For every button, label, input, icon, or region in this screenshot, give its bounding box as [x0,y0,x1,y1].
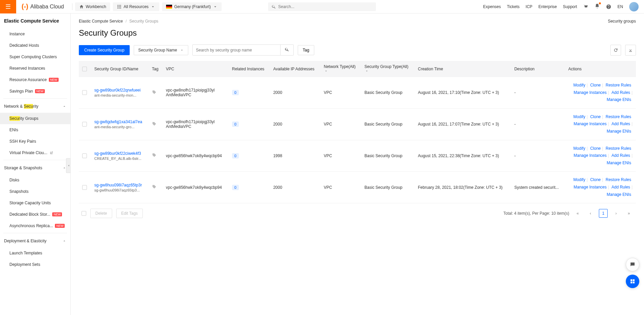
restore-rules-link[interactable]: Restore Rules [606,114,631,119]
manage-enis-link[interactable]: Manage ENIs [607,161,631,165]
filter-dropdown[interactable]: Security Group Name [134,45,188,55]
search-input[interactable] [193,45,280,55]
workbench-button[interactable]: Workbench [75,2,110,11]
sidebar-item-savings-plan[interactable]: Savings PlanNEW [0,85,70,97]
support-link[interactable]: Support [563,4,577,9]
col-sgtype[interactable]: Security Group Type(All) [361,61,415,77]
sidebar-item-reserved-instances[interactable]: Reserved Instances [0,63,70,74]
sidebar-item-enis[interactable]: ENIs [0,124,70,136]
tickets-link[interactable]: Tickets [507,4,520,9]
logo[interactable]: (-) Alibaba Cloud [16,3,69,10]
manage-instances-link[interactable]: Manage Instances [574,121,607,126]
restore-rules-link[interactable]: Restore Rules [606,177,631,182]
sidebar-item-deployment-sets[interactable]: Deployment Sets [0,259,70,270]
security-group-id-link[interactable]: sg-gw89bur0kf22qrwfueei [94,88,145,93]
breadcrumb-link-ecs[interactable]: Elastic Compute Service [79,19,123,24]
help-icon[interactable] [606,4,611,9]
related-instances-badge[interactable]: 0 [232,185,239,190]
region-selector[interactable]: Germany (Frankfurt) [162,2,222,11]
security-group-id-link[interactable]: sg-gw8gdwfqj1xa341al7ea [94,119,145,124]
expenses-link[interactable]: Expenses [483,4,501,9]
icp-link[interactable]: ICP [526,4,533,9]
language-selector[interactable]: EN [617,4,623,9]
tag-icon[interactable] [152,184,157,189]
tag-icon[interactable] [152,121,157,126]
restore-rules-link[interactable]: Restore Rules [606,146,631,151]
col-nettype[interactable]: Network Type(All) [320,61,361,77]
add-rules-link[interactable]: Add Rules [612,121,630,126]
notifications-button[interactable] [594,3,600,10]
related-instances-badge[interactable]: 0 [232,121,239,127]
pagination-next[interactable]: › [612,209,620,218]
sidebar-item-dedicated-block[interactable]: Dedicated Block Stor...NEW [0,209,70,220]
enterprise-link[interactable]: Enterprise [539,4,557,9]
manage-instances-link[interactable]: Manage Instances [574,185,607,189]
row-checkbox[interactable] [82,90,87,95]
sidebar-item-vpc[interactable]: Virtual Private Clou... [0,147,70,159]
sidebar-item-dedicated-hosts[interactable]: Dedicated Hosts [0,40,70,51]
add-rules-link[interactable]: Add Rules [612,153,630,158]
related-instances-badge[interactable]: 0 [232,90,239,95]
sidebar-collapse-button[interactable] [66,158,71,173]
pagination-prev[interactable]: ‹ [586,209,595,218]
modify-link[interactable]: Modify [573,114,585,119]
pagination-first[interactable]: « [573,209,582,218]
row-checkbox[interactable] [82,153,87,158]
clone-link[interactable]: Clone [590,114,601,119]
edit-tags-button[interactable]: Edit Tags [116,209,143,218]
sidebar-group-network[interactable]: Network & Security [0,100,70,113]
create-security-group-button[interactable]: Create Security Group [79,45,130,55]
select-all-checkbox[interactable] [82,67,87,71]
manage-instances-link[interactable]: Manage Instances [574,153,607,158]
delete-button[interactable]: Delete [90,209,112,218]
clone-link[interactable]: Clone [590,146,601,151]
manage-enis-link[interactable]: Manage ENIs [607,129,631,134]
security-group-id-link[interactable]: sg-gw89bur0kf22ciwek4f3 [94,151,145,156]
sidebar-group-deploy[interactable]: Deployment & Elasticity [0,235,70,247]
apps-float-button[interactable] [626,275,639,288]
global-search[interactable] [268,2,376,11]
sidebar-item-ssh-key-pairs[interactable]: SSH Key Pairs [0,136,70,147]
restore-rules-link[interactable]: Restore Rules [606,83,631,88]
chat-float-button[interactable] [626,258,639,271]
sidebar-item-disks[interactable]: Disks [0,174,70,186]
sidebar-item-resource-assurance[interactable]: Resource AssuranceNEW [0,74,70,85]
clone-link[interactable]: Clone [590,177,601,182]
sidebar-item-instance[interactable]: Instance [0,28,70,40]
sidebar-item-async-replica[interactable]: Asynchronous Replica...NEW [0,220,70,232]
security-group-id-link[interactable]: sg-gw8huu098i7aqz65tp3r [94,183,145,187]
breadcrumb-right-link[interactable]: Security groups [608,19,636,24]
tag-button[interactable]: Tag [298,45,314,55]
refresh-button[interactable] [610,45,621,56]
modify-link[interactable]: Modify [573,146,585,151]
add-rules-link[interactable]: Add Rules [612,90,630,95]
select-all-footer-checkbox[interactable] [82,211,86,216]
sidebar-item-storage-capacity[interactable]: Storage Capacity Units [0,197,70,209]
related-instances-badge[interactable]: 0 [232,153,239,159]
modify-link[interactable]: Modify [573,83,585,88]
global-search-input[interactable] [278,4,373,9]
pagination-page-1[interactable]: 1 [599,209,608,218]
modify-link[interactable]: Modify [573,177,585,182]
manage-enis-link[interactable]: Manage ENIs [607,97,631,102]
sidebar-item-launch-templates[interactable]: Launch Templates [0,247,70,259]
sidebar-item-snapshots[interactable]: Snapshots [0,186,70,197]
manage-enis-link[interactable]: Manage ENIs [607,192,631,197]
sidebar-group-storage[interactable]: Storage & Snapshots [0,162,70,174]
sidebar-item-super-computing[interactable]: Super Computing Clusters [0,51,70,63]
all-resources-button[interactable]: All Resources [113,2,159,11]
add-rules-link[interactable]: Add Rules [612,185,630,189]
menu-button[interactable]: ☰ [0,0,16,13]
tag-icon[interactable] [152,90,157,95]
search-button[interactable] [280,45,293,55]
export-button[interactable] [625,45,636,56]
pagination-last[interactable]: » [624,209,633,218]
clone-link[interactable]: Clone [590,83,601,88]
row-checkbox[interactable] [82,185,87,190]
manage-instances-link[interactable]: Manage Instances [574,90,607,95]
tag-icon[interactable] [152,153,157,158]
row-checkbox[interactable] [82,122,87,127]
shopping-cart-icon[interactable] [583,4,588,9]
avatar[interactable] [629,2,639,11]
sidebar-item-security-groups[interactable]: Security Groups [0,113,70,124]
